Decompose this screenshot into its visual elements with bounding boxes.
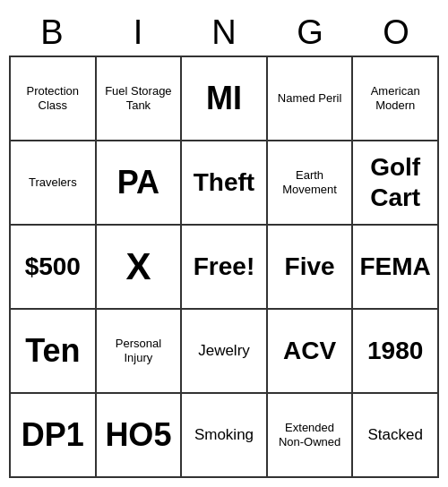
cell-text-2-4: FEMA xyxy=(360,252,431,282)
cell-text-1-0: Travelers xyxy=(29,175,77,190)
cell-text-2-1: X xyxy=(125,244,151,289)
bingo-row-2: $500XFree!FiveFEMA xyxy=(11,226,439,310)
bingo-cell-0-0: Protection Class xyxy=(11,57,97,140)
bingo-cell-3-4: 1980 xyxy=(353,310,439,392)
bingo-cell-0-2: MI xyxy=(182,57,268,140)
cell-text-0-3: Named Peril xyxy=(278,91,342,106)
bingo-cell-4-4: Stacked xyxy=(353,394,439,476)
cell-text-2-0: $500 xyxy=(25,252,81,282)
bingo-cell-4-3: Extended Non-Owned xyxy=(268,394,354,476)
bingo-row-4: DP1HO5SmokingExtended Non-OwnedStacked xyxy=(11,394,439,478)
cell-text-4-3: Extended Non-Owned xyxy=(271,421,349,449)
bingo-row-0: Protection ClassFuel Storage TankMINamed… xyxy=(11,57,439,141)
bingo-cell-3-3: ACV xyxy=(268,310,354,392)
bingo-row-3: TenPersonal InjuryJewelryACV1980 xyxy=(11,310,439,394)
cell-text-0-1: Fuel Storage Tank xyxy=(100,84,177,112)
bingo-cell-4-0: DP1 xyxy=(11,394,97,476)
bingo-cell-0-3: Named Peril xyxy=(268,57,354,140)
cell-text-4-4: Stacked xyxy=(367,426,422,444)
bingo-card: BINGO Protection ClassFuel Storage TankM… xyxy=(9,9,439,478)
bingo-cell-3-0: Ten xyxy=(11,310,97,392)
bingo-cell-1-2: Theft xyxy=(182,141,268,224)
bingo-cell-2-2: Free! xyxy=(182,226,268,308)
bingo-cell-2-0: $500 xyxy=(11,226,97,308)
cell-text-2-2: Free! xyxy=(194,252,254,282)
header-letter-b: B xyxy=(11,13,93,52)
header-letter-i: I xyxy=(97,13,179,52)
cell-text-0-4: American Modern xyxy=(357,84,434,112)
bingo-row-1: TravelersPATheftEarth MovementGolf Cart xyxy=(11,141,439,226)
header-letter-o: O xyxy=(355,13,437,52)
header-letter-n: N xyxy=(183,13,265,52)
cell-text-3-3: ACV xyxy=(283,336,336,366)
cell-text-3-2: Jewelry xyxy=(198,342,250,360)
cell-text-3-1: Personal Injury xyxy=(100,337,177,364)
cell-text-2-3: Five xyxy=(285,252,335,282)
bingo-cell-1-0: Travelers xyxy=(11,141,97,224)
bingo-cell-1-1: PA xyxy=(97,141,183,224)
cell-text-3-0: Ten xyxy=(25,331,80,370)
bingo-cell-1-3: Earth Movement xyxy=(268,141,354,224)
bingo-cell-0-4: American Modern xyxy=(353,57,439,140)
bingo-cell-2-1: X xyxy=(97,226,183,308)
cell-text-4-1: HO5 xyxy=(105,415,171,454)
bingo-header: BINGO xyxy=(9,9,439,56)
bingo-cell-0-1: Fuel Storage Tank xyxy=(97,57,183,140)
cell-text-0-2: MI xyxy=(206,79,242,117)
bingo-cell-4-2: Smoking xyxy=(182,394,268,476)
header-letter-g: G xyxy=(269,13,351,52)
bingo-cell-2-4: FEMA xyxy=(353,226,439,308)
bingo-cell-1-4: Golf Cart xyxy=(353,141,439,224)
cell-text-1-4: Golf Cart xyxy=(357,152,434,212)
cell-text-4-2: Smoking xyxy=(194,426,254,444)
cell-text-4-0: DP1 xyxy=(22,415,84,454)
cell-text-1-3: Earth Movement xyxy=(271,168,349,196)
cell-text-1-2: Theft xyxy=(194,167,254,198)
cell-text-1-1: PA xyxy=(117,163,159,201)
bingo-grid: Protection ClassFuel Storage TankMINamed… xyxy=(9,56,439,478)
bingo-cell-3-1: Personal Injury xyxy=(97,310,183,392)
bingo-cell-4-1: HO5 xyxy=(97,394,183,476)
bingo-cell-3-2: Jewelry xyxy=(182,310,268,392)
cell-text-0-0: Protection Class xyxy=(14,84,91,112)
cell-text-3-4: 1980 xyxy=(367,336,423,366)
bingo-cell-2-3: Five xyxy=(268,226,354,308)
